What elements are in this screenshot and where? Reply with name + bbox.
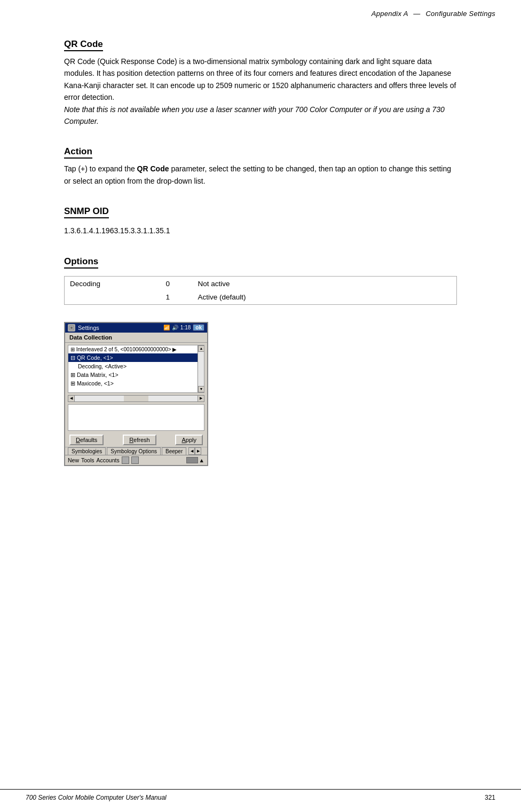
device-taskbar: New Tools Accounts ▲ (65, 455, 207, 465)
table-cell-desc-0: Not active (193, 276, 457, 290)
defaults-button[interactable]: Defaults (69, 435, 104, 445)
snmp-section: SNMP OID 1.3.6.1.4.1.1963.15.3.3.1.1.35.… (64, 194, 457, 236)
header-title: Configurable Settings (425, 10, 495, 18)
qr-code-para-italic: Note that this is not available when you… (64, 105, 445, 125)
footer-left: 700 Series Color Mobile Computer User's … (26, 794, 167, 801)
list-item-3[interactable]: ⊞ Data Matrix, <1> (68, 370, 204, 379)
table-cell-desc-1: Active (default) (193, 290, 457, 305)
device-list-area: ⊞ Interleaved 2 of 5, <001006000000000> … (68, 345, 204, 393)
footer-right: 321 (485, 794, 495, 801)
hscroll-track (75, 395, 198, 402)
table-row: 1 Active (default) (65, 290, 457, 305)
table-cell-value-1: 1 (161, 290, 193, 305)
vertical-scrollbar[interactable]: ▲ ▼ (198, 345, 204, 392)
taskbar-tools[interactable]: Tools (81, 457, 94, 463)
device-titlebar-left: Settings (68, 324, 99, 332)
device-screenshot: Settings 📶 🔊 1:18 ok Data Collection (64, 322, 208, 466)
taskbar-kbd-icon[interactable] (186, 457, 198, 463)
table-cell-name-1 (65, 290, 161, 305)
tab-right-arrow[interactable]: ▶ (195, 447, 201, 455)
header-appendix: Appendix A (372, 10, 408, 18)
hscroll-right-btn[interactable]: ▶ (198, 395, 204, 402)
device-tabs-row: Symbologies Symbology Options Beeper ◀ ▶ (65, 447, 207, 455)
device-titlebar-right: 📶 🔊 1:18 ok (163, 324, 204, 331)
page-container: Appendix A — Configurable Settings QR Co… (0, 0, 521, 812)
speaker-icon: 🔊 (172, 325, 178, 330)
taskbar-accounts[interactable]: Accounts (97, 457, 120, 463)
main-content: QR Code QR Code (Quick Response Code) is… (0, 23, 521, 503)
taskbar-icon-1 (122, 456, 129, 464)
qr-code-para-text: QR Code (Quick Response Code) is a two-d… (64, 57, 456, 101)
signal-icon: 📶 (163, 325, 170, 330)
scroll-track (198, 352, 204, 386)
action-para-before: Tap (+) to expand the (64, 164, 135, 173)
qr-code-heading: QR Code (64, 39, 103, 51)
tab-left-arrow[interactable]: ◀ (188, 447, 195, 455)
titlebar-title: Settings (78, 325, 99, 331)
hscroll-left-btn[interactable]: ◀ (68, 395, 75, 402)
options-heading: Options (64, 256, 98, 269)
table-row: Decoding 0 Not active (65, 276, 457, 290)
list-item-1[interactable]: ⊟ QR Code, <1> (68, 353, 204, 362)
tab-nav-arrows: ◀ ▶ (188, 447, 201, 455)
action-paragraph: Tap (+) to expand the QR Code parameter,… (64, 163, 457, 187)
snmp-heading: SNMP OID (64, 206, 109, 218)
header-text: Appendix A — Configurable Settings (372, 10, 495, 18)
table-cell-name-0: Decoding (65, 276, 161, 290)
action-heading: Action (64, 146, 92, 159)
taskbar-up-arrow: ▲ (199, 457, 204, 463)
titlebar-ok-btn[interactable]: ok (193, 324, 204, 331)
scroll-down-btn[interactable]: ▼ (198, 386, 204, 392)
action-bold-inline: QR Code (137, 164, 169, 173)
device-window: Settings 📶 🔊 1:18 ok Data Collection (64, 322, 208, 466)
tab-symbologies[interactable]: Symbologies (68, 447, 106, 455)
device-titlebar: Settings 📶 🔊 1:18 ok (65, 323, 207, 333)
table-cell-value-0: 0 (161, 276, 193, 290)
hscroll-thumb (124, 396, 148, 401)
apply-button[interactable]: Apply (175, 435, 203, 445)
list-item-2[interactable]: Decoding, <Active> (68, 362, 204, 370)
options-section: Options Decoding 0 Not active 1 Active (… (64, 245, 457, 305)
scroll-up-btn[interactable]: ▲ (198, 345, 204, 352)
qr-code-paragraph: QR Code (Quick Response Code) is a two-d… (64, 56, 457, 127)
action-section: Action Tap (+) to expand the QR Code par… (64, 135, 457, 187)
settings-icon (68, 324, 75, 332)
tab-beeper[interactable]: Beeper (162, 447, 186, 455)
subtitle-text: Data Collection (69, 334, 112, 341)
qr-code-section: QR Code QR Code (Quick Response Code) is… (64, 39, 457, 127)
page-header: Appendix A — Configurable Settings (0, 0, 521, 23)
taskbar-icon-2 (131, 456, 139, 464)
titlebar-time: 1:18 (180, 325, 191, 330)
tab-symbology-options[interactable]: Symbology Options (107, 447, 161, 455)
horizontal-scrollbar: ◀ ▶ (68, 395, 204, 402)
taskbar-right: ▲ (186, 457, 204, 463)
page-footer: 700 Series Color Mobile Computer User's … (0, 789, 521, 801)
header-separator: — (413, 10, 422, 18)
refresh-button[interactable]: Refresh (123, 435, 156, 445)
device-blank-area (68, 404, 204, 431)
list-item-0[interactable]: ⊞ Interleaved 2 of 5, <001006000000000> … (68, 345, 204, 353)
snmp-value: 1.3.6.1.4.1.1963.15.3.3.1.1.35.1 (64, 225, 457, 236)
taskbar-new[interactable]: New (68, 457, 79, 463)
svg-point-1 (70, 327, 73, 329)
device-buttons-row: Defaults Refresh Apply (65, 433, 207, 447)
list-item-4[interactable]: ⊞ Maxicode, <1> (68, 379, 204, 388)
options-table: Decoding 0 Not active 1 Active (default) (64, 276, 457, 305)
device-list-inner: ⊞ Interleaved 2 of 5, <001006000000000> … (68, 345, 204, 393)
device-subtitle: Data Collection (65, 333, 207, 343)
